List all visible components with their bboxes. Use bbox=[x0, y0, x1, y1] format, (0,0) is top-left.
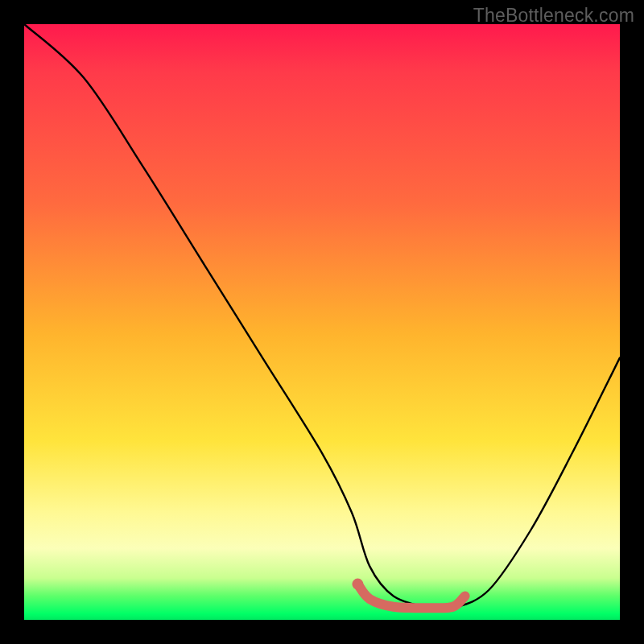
bottleneck-curve-path bbox=[24, 24, 620, 610]
attribution-text: TheBottleneck.com bbox=[473, 5, 634, 27]
optimal-start-dot bbox=[352, 579, 363, 590]
plot-area bbox=[24, 24, 620, 620]
chart-frame: TheBottleneck.com bbox=[0, 0, 644, 644]
curve-svg bbox=[24, 24, 620, 620]
optimal-band-path bbox=[357, 584, 464, 609]
